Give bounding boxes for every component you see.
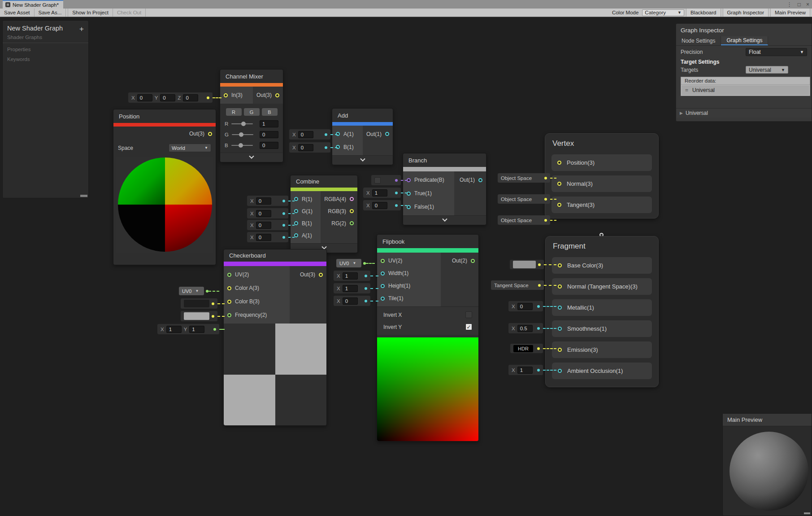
node-title[interactable]: Branch bbox=[403, 153, 486, 167]
value-field[interactable]: 0 bbox=[517, 303, 533, 310]
slider-g-value[interactable]: 0 bbox=[260, 131, 278, 138]
slider-r-value[interactable]: 1 bbox=[260, 120, 278, 127]
universal-foldout[interactable]: ▶ Universal bbox=[676, 108, 812, 118]
show-in-project-button[interactable]: Show In Project bbox=[68, 9, 113, 17]
node-title[interactable]: Checkerboard bbox=[224, 249, 326, 262]
value-field[interactable]: 0 bbox=[298, 144, 313, 151]
port-in[interactable] bbox=[224, 93, 228, 97]
uv-channel-dropdown[interactable]: UV0 ▼ bbox=[336, 259, 361, 267]
block-tangent[interactable]: Tangent(3) bbox=[551, 197, 652, 213]
port-ambient-occlusion[interactable] bbox=[558, 369, 562, 373]
port-predicate[interactable] bbox=[407, 178, 411, 182]
blackboard-section-keywords[interactable]: Keywords bbox=[3, 53, 88, 63]
slider-b-value[interactable]: 0 bbox=[260, 142, 278, 149]
asset-tab[interactable]: New Shader Graph* bbox=[3, 0, 63, 9]
slider-g[interactable] bbox=[232, 134, 253, 135]
x-field[interactable]: 1 bbox=[166, 326, 182, 333]
graph-inspector-panel[interactable]: Graph Inspector Node Settings Graph Sett… bbox=[676, 23, 812, 122]
port-out[interactable] bbox=[319, 273, 323, 277]
value-field[interactable]: 1 bbox=[517, 367, 533, 374]
port-rgb[interactable] bbox=[350, 209, 354, 213]
value-field[interactable]: 0 bbox=[256, 197, 271, 205]
value-field[interactable]: 0 bbox=[256, 234, 271, 241]
main-preview-resize-handle[interactable] bbox=[804, 512, 810, 514]
value-field[interactable]: 0 bbox=[256, 210, 271, 217]
block-metallic[interactable]: Metallic(1) bbox=[552, 299, 652, 316]
value-field[interactable]: 1 bbox=[343, 285, 358, 292]
graph-canvas[interactable]: New Shader Graph Shader Graphs + Propert… bbox=[0, 17, 812, 516]
reorder-item-universal[interactable]: = Universal bbox=[682, 85, 809, 95]
main-preview-toggle-button[interactable]: Main Preview bbox=[770, 9, 810, 17]
channel-button-g[interactable]: G bbox=[244, 108, 260, 116]
invert-y-checkbox[interactable]: ✓ bbox=[465, 324, 472, 330]
port-rgba[interactable] bbox=[350, 197, 354, 201]
port-position[interactable] bbox=[557, 161, 561, 165]
node-title[interactable]: Channel Mixer bbox=[220, 70, 283, 83]
y-field[interactable]: 1 bbox=[189, 326, 204, 333]
block-ambient-occlusion[interactable]: Ambient Occlusion(1) bbox=[552, 363, 652, 379]
port-normal[interactable] bbox=[557, 182, 561, 186]
port-uv[interactable] bbox=[381, 259, 385, 263]
blackboard-section-properties[interactable]: Properties bbox=[3, 43, 88, 53]
graph-inspector-toggle-button[interactable]: Graph Inspector bbox=[723, 9, 769, 17]
port-r[interactable] bbox=[294, 197, 298, 201]
save-as-button[interactable]: Save As... bbox=[35, 9, 66, 17]
space-dropdown[interactable]: World ▼ bbox=[169, 144, 211, 152]
value-field[interactable]: 0.5 bbox=[517, 325, 533, 332]
node-vertex-context[interactable]: Vertex Position(3) Normal(3) Tangent(3) bbox=[545, 133, 659, 219]
add-property-button[interactable]: + bbox=[79, 27, 84, 31]
value-field[interactable]: 0 bbox=[343, 297, 358, 305]
slider-b[interactable] bbox=[231, 145, 253, 146]
port-out[interactable] bbox=[275, 93, 279, 97]
collapse-button[interactable] bbox=[220, 153, 283, 162]
slider-r[interactable] bbox=[231, 123, 253, 124]
block-base-color[interactable]: Base Color(3) bbox=[552, 257, 652, 274]
port-width[interactable] bbox=[381, 271, 385, 275]
targets-dropdown[interactable]: Universal ▼ bbox=[746, 66, 788, 74]
node-title[interactable]: Combine bbox=[291, 175, 357, 188]
maximize-icon[interactable]: □ bbox=[798, 1, 801, 8]
z-field[interactable]: 0 bbox=[183, 94, 198, 101]
port-smoothness[interactable] bbox=[558, 327, 562, 331]
invert-x-checkbox[interactable] bbox=[465, 311, 472, 318]
port-color-b[interactable] bbox=[227, 300, 231, 304]
value-field[interactable]: 1 bbox=[372, 189, 387, 197]
block-normal-tangent-space[interactable]: Normal (Tangent Space)(3) bbox=[552, 278, 652, 295]
block-smoothness[interactable]: Smoothness(1) bbox=[552, 320, 652, 337]
precision-dropdown[interactable]: Float ▼ bbox=[746, 48, 807, 56]
main-preview-panel[interactable]: Main Preview bbox=[722, 413, 812, 516]
port-g[interactable] bbox=[294, 209, 298, 213]
port-color-a[interactable] bbox=[227, 286, 231, 290]
block-emission[interactable]: Emission(3) bbox=[552, 341, 652, 358]
port-out[interactable] bbox=[385, 132, 389, 136]
value-field[interactable]: 1 bbox=[343, 272, 358, 280]
block-normal[interactable]: Normal(3) bbox=[551, 175, 652, 192]
x-field[interactable]: 0 bbox=[137, 94, 152, 101]
node-channel-mixer[interactable]: Channel Mixer In(3) Out(3) R G B R bbox=[220, 69, 283, 162]
port-metallic[interactable] bbox=[558, 306, 562, 310]
tab-graph-settings[interactable]: Graph Settings bbox=[721, 36, 768, 45]
node-add[interactable]: Add A(1) B(1) Out(1) bbox=[332, 108, 393, 165]
tab-node-settings[interactable]: Node Settings bbox=[676, 36, 721, 45]
node-checkerboard[interactable]: Checkerboard UV(2) Color A(3) Color B(3)… bbox=[223, 249, 327, 426]
blackboard-panel[interactable]: New Shader Graph Shader Graphs + Propert… bbox=[2, 20, 89, 198]
predicate-checkbox[interactable] bbox=[374, 177, 381, 184]
base-color-swatch[interactable] bbox=[513, 261, 536, 268]
color-mode-dropdown[interactable]: Category ▼ bbox=[642, 9, 684, 16]
node-title[interactable]: Add bbox=[332, 109, 393, 122]
value-field[interactable]: 0 bbox=[256, 222, 271, 229]
node-flipbook[interactable]: Flipbook UV(2) Width(1) Height(1) Tile(1… bbox=[377, 234, 479, 442]
uv-channel-dropdown[interactable]: UV0 ▼ bbox=[179, 287, 204, 295]
port-out[interactable] bbox=[208, 132, 212, 136]
channel-button-b[interactable]: B bbox=[262, 108, 278, 116]
value-field[interactable]: 0 bbox=[298, 131, 313, 138]
drag-handle-icon[interactable]: = bbox=[685, 87, 688, 93]
color-a-swatch[interactable] bbox=[184, 300, 209, 307]
save-asset-button[interactable]: Save Asset bbox=[0, 9, 35, 17]
hdr-color-field[interactable]: HDR bbox=[513, 345, 533, 352]
node-title[interactable]: Position bbox=[113, 109, 216, 123]
port-rg[interactable] bbox=[350, 221, 354, 225]
block-position[interactable]: Position(3) bbox=[551, 154, 652, 171]
blackboard-resize-handle[interactable] bbox=[80, 195, 87, 197]
collapse-button[interactable] bbox=[403, 215, 486, 225]
